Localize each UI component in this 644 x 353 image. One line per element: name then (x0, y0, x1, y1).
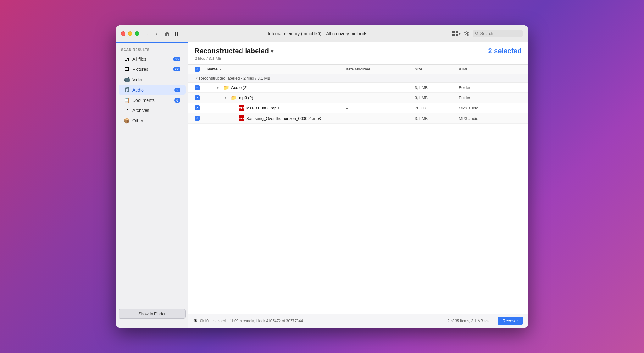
progress-spinner: ✳ (193, 318, 197, 324)
row-name: Audio (2) (231, 85, 248, 90)
group-row: ▾ Reconstructed labeled - 2 files / 3,1 … (188, 74, 528, 83)
sidebar-item-all-files[interactable]: 🗂 All files 35 (119, 54, 186, 64)
row-checkbox[interactable] (195, 105, 200, 110)
titlebar: ‹ › Internal memory (mmcblk0) – All reco… (116, 25, 528, 42)
group-label: Reconstructed labeled - 2 files / 3,1 MB (199, 76, 270, 81)
col-kind[interactable]: Kind (459, 67, 522, 72)
row-size: 3,1 MB (415, 95, 459, 100)
sidebar-item-label: Archives (132, 108, 180, 113)
row-checkbox[interactable] (195, 85, 200, 90)
content-title-area: Reconstructed labeled ▾ 2 files / 3,1 MB (195, 47, 273, 61)
row-kind: MP3 audio (459, 116, 522, 121)
pictures-icon: 🖼 (124, 66, 130, 72)
sidebar-item-label: All files (132, 57, 170, 62)
svg-rect-5 (456, 34, 458, 36)
mp3-file-icon: MP3 (239, 105, 244, 111)
header-checkbox-cell[interactable] (195, 67, 207, 72)
main-area: Scan results 🗂 All files 35 🖼 Pictures 2… (116, 42, 528, 328)
row-name-cell: ▸ MP3 lose_000000.mp3 (207, 105, 346, 111)
row-size: 70 KB (415, 106, 459, 110)
sidebar-item-video[interactable]: 📹 Video (119, 75, 186, 84)
group-collapse-icon[interactable]: ▾ (196, 76, 198, 81)
status-bar: ✳ 0h10m elapsed, ~1h09m remain, block 41… (188, 314, 528, 328)
svg-point-10 (465, 33, 466, 34)
row-expand-icon[interactable]: ▾ (225, 96, 229, 100)
selected-count: 2 selected (488, 47, 522, 55)
status-text: 0h10m elapsed, ~1h09m remain, block 4105… (200, 319, 445, 323)
sidebar-item-audio[interactable]: 🎵 Audio 2 (119, 85, 186, 95)
content-subtitle: 2 files / 3,1 MB (195, 56, 273, 61)
row-kind: Folder (459, 85, 522, 90)
sidebar-item-label: Pictures (132, 67, 170, 72)
folder-icon: 📁 (223, 85, 229, 91)
row-checkbox-cell[interactable] (195, 85, 207, 90)
all-files-icon: 🗂 (124, 56, 130, 62)
row-checkbox[interactable] (195, 116, 200, 121)
svg-rect-1 (177, 32, 178, 36)
forward-button[interactable]: › (153, 30, 161, 38)
filter-button[interactable] (464, 31, 469, 36)
sidebar-item-other[interactable]: 📦 Other (119, 116, 186, 126)
row-checkbox[interactable] (195, 95, 200, 100)
sidebar-bottom: Show in Finder (116, 305, 188, 322)
home-button[interactable] (163, 30, 171, 38)
svg-point-12 (475, 32, 478, 34)
svg-rect-3 (456, 31, 458, 33)
col-size[interactable]: Size (415, 67, 459, 72)
toolbar-right: ▾ (452, 30, 523, 37)
pause-button[interactable] (174, 31, 179, 36)
sidebar-section-title: Scan results (116, 48, 188, 54)
table-row: ▸ MP3 lose_000000.mp3 -- 70 KB MP3 audio (188, 103, 528, 113)
sidebar-badge-audio: 2 (174, 88, 180, 92)
file-table: Name ▲ Date Modified Size Kind (188, 65, 528, 314)
mp3-file-icon: MP3 (239, 115, 244, 121)
folder-icon: 📁 (231, 95, 237, 101)
search-box[interactable] (473, 30, 523, 37)
row-checkbox-cell[interactable] (195, 95, 207, 100)
video-icon: 📹 (124, 76, 130, 82)
svg-line-13 (478, 34, 479, 35)
sidebar-item-label: Audio (132, 87, 172, 92)
status-summary: 2 of 35 items, 3,1 MB total (447, 319, 491, 323)
row-name-cell: ▾ 📁 Audio (2) (207, 85, 346, 91)
row-kind: MP3 audio (459, 106, 522, 110)
minimize-button[interactable] (128, 31, 132, 36)
row-name: mp3 (2) (239, 95, 253, 100)
sidebar-item-label: Documents (132, 98, 172, 103)
svg-rect-2 (452, 31, 455, 33)
sort-icon: ▲ (219, 68, 222, 71)
sidebar-item-label: Other (132, 118, 180, 123)
table-header: Name ▲ Date Modified Size Kind (188, 65, 528, 74)
nav-buttons: ‹ › (143, 30, 161, 38)
sidebar-badge-pictures: 27 (173, 67, 180, 71)
traffic-lights (121, 31, 139, 36)
select-all-checkbox[interactable] (195, 67, 200, 72)
show-finder-button[interactable]: Show in Finder (119, 309, 186, 319)
sidebar: Scan results 🗂 All files 35 🖼 Pictures 2… (116, 42, 188, 328)
recover-button[interactable]: Recover (498, 317, 523, 325)
sidebar-item-archives[interactable]: 🗃 Archives (119, 106, 186, 115)
row-size: 3,1 MB (415, 116, 459, 121)
row-checkbox-cell[interactable] (195, 116, 207, 121)
content-area: Reconstructed labeled ▾ 2 files / 3,1 MB… (188, 42, 528, 328)
sidebar-item-documents[interactable]: 📋 Documents 6 (119, 95, 186, 105)
col-date[interactable]: Date Modified (346, 67, 415, 72)
row-kind: Folder (459, 95, 522, 100)
view-button[interactable]: ▾ (452, 31, 461, 36)
svg-point-11 (467, 34, 468, 36)
row-date: -- (346, 106, 415, 110)
back-button[interactable]: ‹ (143, 30, 151, 38)
col-name[interactable]: Name ▲ (207, 67, 346, 72)
search-input[interactable] (480, 31, 520, 36)
maximize-button[interactable] (135, 31, 139, 36)
row-checkbox-cell[interactable] (195, 105, 207, 110)
sidebar-item-pictures[interactable]: 🖼 Pictures 27 (119, 64, 186, 74)
row-expand-icon[interactable]: ▾ (217, 86, 221, 90)
content-title: Reconstructed labeled ▾ (195, 47, 273, 55)
content-header: Reconstructed labeled ▾ 2 files / 3,1 MB… (188, 42, 528, 65)
svg-rect-4 (452, 34, 455, 36)
row-date: -- (346, 95, 415, 100)
title-chevron-icon[interactable]: ▾ (271, 48, 273, 54)
table-row: ▾ 📁 Audio (2) -- 3,1 MB Folder (188, 83, 528, 93)
close-button[interactable] (121, 31, 125, 36)
